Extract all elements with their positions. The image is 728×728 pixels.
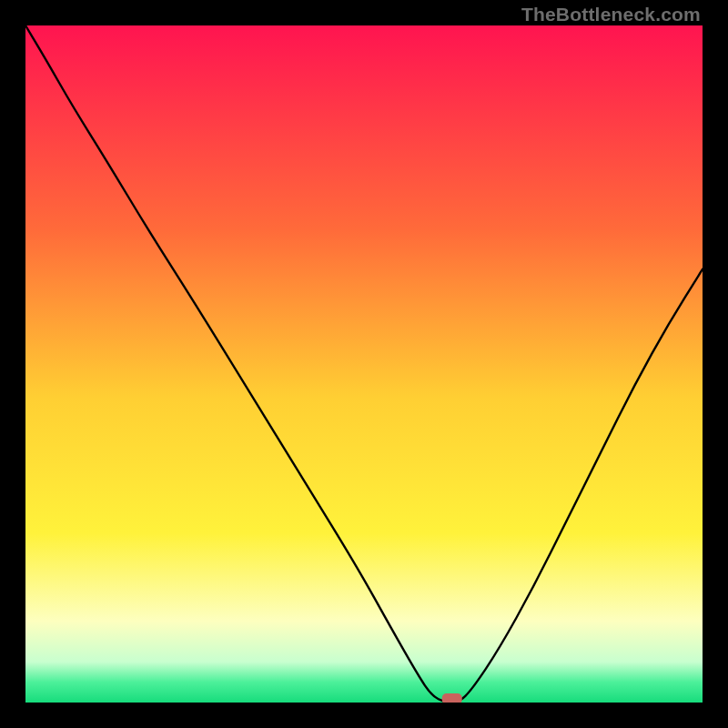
chart-frame: TheBottleneck.com bbox=[0, 0, 728, 728]
bottleneck-chart-svg bbox=[25, 25, 703, 703]
attribution-text: TheBottleneck.com bbox=[521, 4, 701, 25]
gradient-background bbox=[25, 25, 703, 703]
plot-area bbox=[25, 25, 703, 703]
optimal-marker bbox=[442, 693, 462, 703]
